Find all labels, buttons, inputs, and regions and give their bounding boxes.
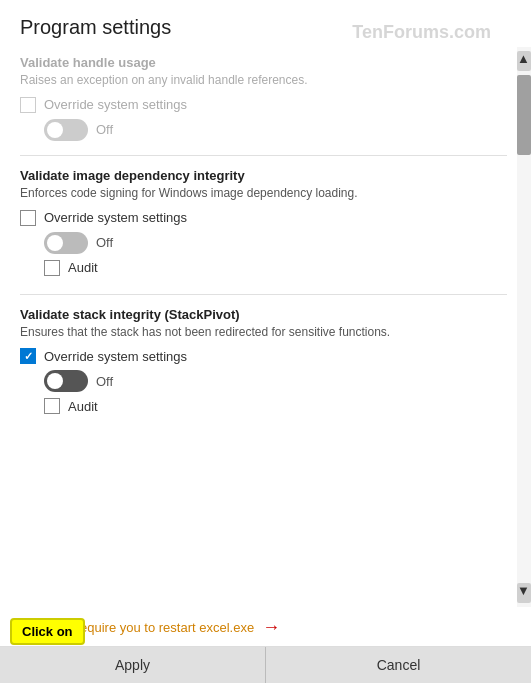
audit-checkbox-image[interactable] [44,260,60,276]
override-label-handle: Override system settings [44,97,187,112]
override-label-stack: Override system settings [44,349,187,364]
section-validate-stack-title: Validate stack integrity (StackPivot) [20,307,507,322]
section-validate-handle: Validate handle usage Raises an exceptio… [20,47,507,151]
override-checkbox-image[interactable] [20,210,36,226]
page-title: Program settings [20,16,511,39]
scrollbar-thumb[interactable] [517,75,531,155]
click-on-badge: Click on [10,618,85,645]
toggle-image[interactable] [44,232,88,254]
toggle-knob-stack [47,373,63,389]
scroll-content: Validate handle usage Raises an exceptio… [0,47,531,607]
toggle-label-handle: Off [96,122,113,137]
override-checkbox-stack[interactable] [20,348,36,364]
audit-checkbox-stack[interactable] [44,398,60,414]
cancel-button[interactable]: Cancel [266,647,531,683]
toggle-knob-image [47,235,63,251]
toggle-label-stack: Off [96,374,113,389]
toggle-stack[interactable] [44,370,88,392]
toggle-wrapper-stack: Off [44,370,507,392]
section-validate-image-desc: Enforces code signing for Windows image … [20,185,507,202]
audit-label-stack: Audit [68,399,98,414]
apply-button[interactable]: Apply [0,647,266,683]
divider-2 [20,294,507,295]
audit-row-image: Audit [44,260,507,276]
title-bar: Program settings [0,0,531,47]
override-row-image: Override system settings [20,210,507,226]
toggle-wrapper-handle: Off [44,119,507,141]
scrollbar-up-arrow[interactable]: ▲ [517,51,531,71]
section-validate-stack-desc: Ensures that the stack has not been redi… [20,324,507,341]
scrollbar-down-arrow[interactable]: ▼ [517,583,531,603]
scrollbar-track[interactable]: ▲ ▼ [517,47,531,607]
divider-1 [20,155,507,156]
override-row-stack: Override system settings [20,348,507,364]
arrow-icon: → [262,617,280,638]
section-validate-handle-desc: Raises an exception on any invalid handl… [20,72,507,89]
toggle-handle[interactable] [44,119,88,141]
toggle-knob-handle [47,122,63,138]
section-validate-stack: Validate stack integrity (StackPivot) En… [20,299,507,429]
section-validate-image: Validate image dependency integrity Enfo… [20,160,507,290]
toggle-label-image: Off [96,235,113,250]
override-checkbox-handle[interactable] [20,97,36,113]
toggle-wrapper-image: Off [44,232,507,254]
button-bar: Apply Cancel [0,646,531,683]
override-label-image: Override system settings [44,210,187,225]
audit-row-stack: Audit [44,398,507,414]
program-settings-window: Program settings TenForums.com ▲ ▼ Valid… [0,0,531,683]
section-validate-image-title: Validate image dependency integrity [20,168,507,183]
section-validate-handle-title: Validate handle usage [20,55,507,70]
override-row-handle: Override system settings [20,97,507,113]
audit-label-image: Audit [68,260,98,275]
